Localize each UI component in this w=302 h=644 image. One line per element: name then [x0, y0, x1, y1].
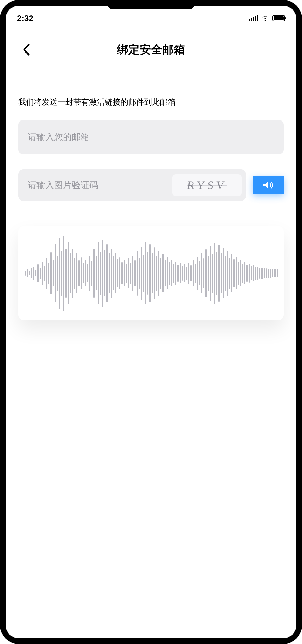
captcha-input-wrap: RYSV — [18, 169, 246, 201]
captcha-row: RYSV — [18, 169, 284, 201]
captcha-image[interactable]: RYSV — [172, 174, 242, 196]
status-icons — [249, 15, 285, 21]
status-time: 2:32 — [17, 14, 33, 23]
speaker-icon — [262, 180, 275, 190]
audio-waveform-card — [18, 226, 284, 320]
battery-icon — [272, 15, 285, 21]
phone-notch — [107, 0, 195, 9]
email-input[interactable] — [18, 120, 284, 154]
chevron-left-icon — [22, 43, 30, 56]
wifi-icon — [261, 15, 269, 21]
signal-icon — [249, 15, 258, 21]
screen: 2:32 绑定安全邮箱 我们将发送一封带有激活链接的邮件到此邮箱 — [6, 6, 296, 638]
instruction-text: 我们将发送一封带有激活链接的邮件到此邮箱 — [18, 97, 284, 107]
content: 我们将发送一封带有激活链接的邮件到此邮箱 RYSV — [6, 97, 296, 320]
page-title: 绑定安全邮箱 — [117, 42, 185, 58]
back-button[interactable] — [18, 42, 34, 58]
audio-waveform — [25, 236, 277, 311]
captcha-input[interactable] — [28, 169, 172, 201]
page-header: 绑定安全邮箱 — [6, 34, 296, 65]
audio-captcha-button[interactable] — [253, 176, 284, 194]
captcha-image-text: RYSV — [187, 179, 227, 192]
